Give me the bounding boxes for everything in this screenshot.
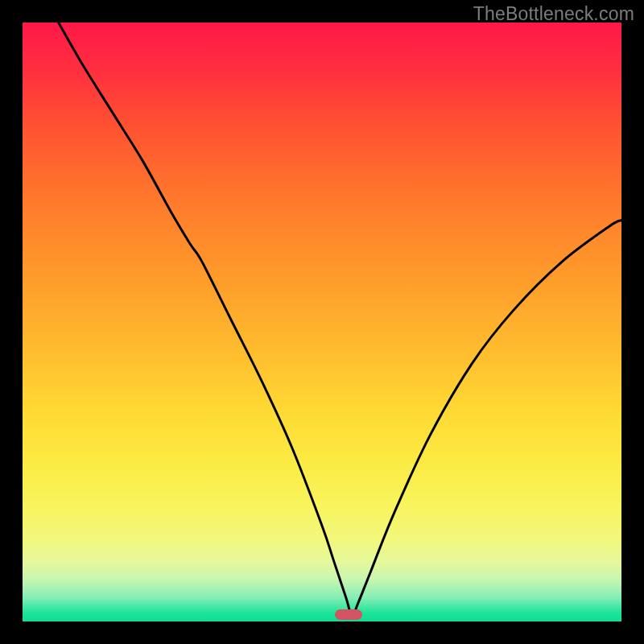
curve-svg [23,23,621,621]
plot-area [23,23,621,621]
watermark-text: TheBottleneck.com [473,3,634,25]
bottleneck-curve [59,23,621,616]
chart-frame: TheBottleneck.com [0,0,644,644]
trough-marker [335,609,362,620]
